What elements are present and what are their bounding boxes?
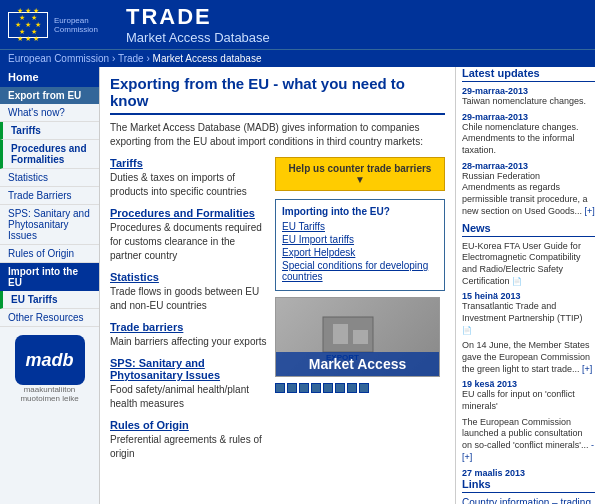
update-more-3[interactable]: [+]	[585, 206, 595, 216]
news-title: News	[462, 222, 595, 237]
trade-barriers-title[interactable]: Trade barriers	[110, 321, 267, 333]
content-columns: Tariffs Duties & taxes on imports of pro…	[110, 157, 445, 469]
developing-countries-link[interactable]: Special conditions for developing countr…	[282, 260, 438, 282]
news-date-3: 27 maalis 2013	[462, 468, 595, 478]
news-item-2: Transatlantic Trade and Investment Partn…	[462, 301, 595, 336]
tariffs-title[interactable]: Tariffs	[110, 157, 267, 169]
news-more-2[interactable]: [+]	[582, 364, 592, 374]
nav-boxes	[275, 383, 445, 393]
nav-box-1[interactable]	[275, 383, 285, 393]
update-date-1: 29-marraa-2013	[462, 86, 595, 96]
doc-icon-2: 📄	[462, 326, 472, 336]
links-title: Links	[462, 478, 595, 493]
export-helpdesk-link[interactable]: Export Helpdesk	[282, 247, 438, 258]
nav-box-8[interactable]	[359, 383, 369, 393]
procedures-section: Procedures and Formalities Procedures & …	[110, 207, 267, 263]
logo-area: ★ ★ ★★ ★★ ★ ★★ ★★ ★ ★ European Commissio…	[8, 12, 98, 38]
procedures-text: Procedures & documents required for cust…	[110, 221, 267, 263]
latest-updates-title: Latest updates	[462, 67, 595, 82]
main-layout: Home Export from EU What's now? Tariffs …	[0, 67, 595, 504]
rules-origin-text: Preferential agreements & rules of origi…	[110, 433, 267, 461]
import-box-title: Importing into the EU?	[282, 206, 438, 217]
sidebar-export-section: Export from EU What's now? Tariffs Proce…	[0, 87, 99, 263]
sidebar-item-statistics[interactable]: Statistics	[0, 169, 99, 187]
nav-box-2[interactable]	[287, 383, 297, 393]
sidebar-item-whatsnow[interactable]: What's now?	[0, 104, 99, 122]
market-access-label: Market Access	[276, 352, 439, 376]
market-access-image: EXPORT Market Access	[275, 297, 440, 377]
eu-tariffs-link[interactable]: EU Tariffs	[282, 221, 438, 232]
statistics-section: Statistics Trade flows in goods between …	[110, 271, 267, 313]
counter-trade-button[interactable]: Help us counter trade barriers ▼	[275, 157, 445, 191]
eu-import-tariffs-link[interactable]: EU Import tariffs	[282, 234, 438, 245]
statistics-title[interactable]: Statistics	[110, 271, 267, 283]
nav-box-6[interactable]	[335, 383, 345, 393]
sidebar-import-header: Import into the EU	[0, 263, 99, 291]
breadcrumb: European Commission › Trade › Market Acc…	[0, 49, 595, 67]
european-text: European	[54, 16, 98, 25]
sidebar-item-procedures[interactable]: Procedures and Formalities	[0, 140, 99, 169]
trade-title: TRADE	[126, 4, 270, 30]
statistics-text: Trade flows in goods between EU and non-…	[110, 285, 267, 313]
nav-box-3[interactable]	[299, 383, 309, 393]
update-text-3: Russian Federation Amendments as regards…	[462, 171, 595, 218]
nav-box-7[interactable]	[347, 383, 357, 393]
breadcrumb-current: Market Access database	[153, 53, 262, 64]
content-right: Help us counter trade barriers ▼ Importi…	[275, 157, 445, 469]
rules-origin-title[interactable]: Rules of Origin	[110, 419, 267, 431]
madb-subtitle: Market Access Database	[126, 30, 270, 45]
sidebar-item-eutariffs[interactable]: EU Tariffs	[0, 291, 99, 309]
news-date-1: 15 heinä 2013	[462, 291, 595, 301]
update-date-3: 28-marraa-2013	[462, 161, 595, 171]
sps-text: Food safety/animal health/plant health m…	[110, 383, 267, 411]
procedures-title[interactable]: Procedures and Formalities	[110, 207, 267, 219]
header-title-area: TRADE Market Access Database	[126, 4, 270, 45]
nav-box-4[interactable]	[311, 383, 321, 393]
trade-barriers-section: Trade barriers Main barriers affecting y…	[110, 321, 267, 349]
eu-stars-icon: ★ ★ ★★ ★★ ★ ★★ ★★ ★ ★	[15, 7, 41, 42]
sidebar-item-sps[interactable]: SPS: Sanitary and Phytosanitary Issues	[0, 205, 99, 245]
svg-rect-2	[353, 330, 368, 344]
commission-label: European Commission	[54, 16, 98, 34]
sidebar-item-tradebarriers[interactable]: Trade Barriers	[0, 187, 99, 205]
sidebar-item-otherresources[interactable]: Other Resources	[0, 309, 99, 327]
rules-origin-section: Rules of Origin Preferential agreements …	[110, 419, 267, 461]
page-header: ★ ★ ★★ ★★ ★ ★★ ★★ ★ ★ European Commissio…	[0, 0, 595, 49]
commission-text: Commission	[54, 25, 98, 34]
news-item-3-detail: The European Commission launched a publi…	[462, 417, 595, 464]
nav-box-5[interactable]	[323, 383, 333, 393]
sidebar: Home Export from EU What's now? Tariffs …	[0, 67, 100, 504]
update-text-1: Taiwan nomenclature changes.	[462, 96, 595, 108]
breadcrumb-trade[interactable]: Trade	[118, 53, 144, 64]
svg-rect-1	[333, 324, 348, 344]
tariffs-section: Tariffs Duties & taxes on imports of pro…	[110, 157, 267, 199]
sidebar-item-rulesoforigin[interactable]: Rules of Origin	[0, 245, 99, 263]
update-text-2: Chile nomenclature changes. Amendments t…	[462, 122, 595, 157]
news-date-2: 19 kesä 2013	[462, 379, 595, 389]
sidebar-home[interactable]: Home	[0, 67, 99, 87]
news-more-3[interactable]: - [+]	[462, 440, 594, 462]
eu-flag: ★ ★ ★★ ★★ ★ ★★ ★★ ★ ★	[8, 12, 48, 38]
news-item-3: EU calls for input on 'conflict minerals…	[462, 389, 595, 412]
sidebar-import-section: Import into the EU EU Tariffs Other Reso…	[0, 263, 99, 327]
right-panel: Latest updates 29-marraa-2013 Taiwan nom…	[455, 67, 595, 504]
doc-icon-1: 📄	[512, 277, 522, 287]
import-box: Importing into the EU? EU Tariffs EU Imp…	[275, 199, 445, 291]
update-date-2: 29-marraa-2013	[462, 112, 595, 122]
country-info-link[interactable]: Country information – trading partner st…	[462, 497, 595, 505]
intro-text: The Market Access Database (MADB) gives …	[110, 121, 445, 149]
trade-barriers-text: Main barriers affecting your exports	[110, 335, 267, 349]
sps-section: SPS: Sanitary and Phytosanitary Issues F…	[110, 357, 267, 411]
sps-title[interactable]: SPS: Sanitary and Phytosanitary Issues	[110, 357, 267, 381]
madb-sub-text: maakuntaliiton muotoimen leike	[8, 385, 91, 403]
sidebar-item-tariffs[interactable]: Tariffs	[0, 122, 99, 140]
news-item-2-detail: On 14 June, the Member States gave the E…	[462, 340, 595, 375]
madb-logo-area: madb maakuntaliiton muotoimen leike	[0, 327, 99, 411]
news-item-1: EU-Korea FTA User Guide for Electromagne…	[462, 241, 595, 288]
breadcrumb-ec[interactable]: European Commission	[8, 53, 109, 64]
sidebar-export-header: Export from EU	[0, 87, 99, 104]
madb-logo: madb	[15, 335, 85, 385]
content-area: Exporting from the EU - what you need to…	[100, 67, 455, 504]
page-title: Exporting from the EU - what you need to…	[110, 75, 445, 115]
content-left: Tariffs Duties & taxes on imports of pro…	[110, 157, 267, 469]
